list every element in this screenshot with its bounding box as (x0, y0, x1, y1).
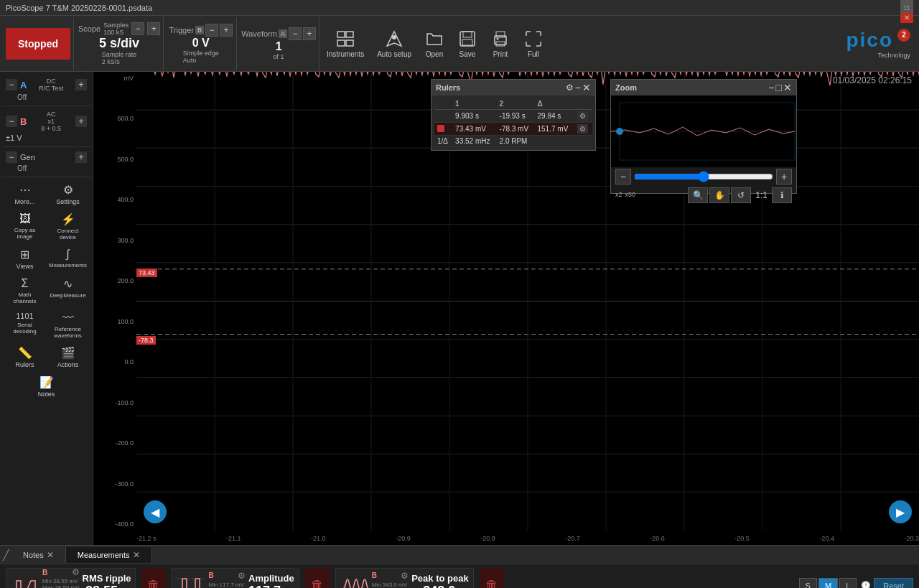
zoom-panel-header[interactable]: Zoom − □ ✕ (611, 80, 796, 95)
rulers-row-1: 9.903 s -19.93 s 29.84 s ⚙ (434, 110, 592, 123)
pp-delete-btn[interactable]: 🗑 (480, 568, 504, 589)
trigger-badge: B (195, 26, 204, 34)
tool-row-5: 1101 Serial decoding 〰 Reference wavefor… (3, 309, 90, 342)
waveform-plus-button[interactable]: + (303, 27, 316, 40)
zoom-minimize-btn[interactable]: − (768, 82, 774, 93)
notes-tab[interactable]: Notes ✕ (11, 547, 66, 563)
amp-delete-btn[interactable]: 🗑 (305, 568, 330, 589)
save-button[interactable]: Save (452, 26, 483, 61)
measurements-button[interactable]: ∫ Measurements (47, 245, 89, 273)
copy-image-button[interactable]: 🖼 Copy as image (4, 210, 46, 243)
notes-sidebar-button[interactable]: 📝 Notes (26, 373, 67, 401)
math-button[interactable]: Σ Math channels (4, 274, 46, 307)
zoom-pan-btn[interactable]: ✋ (709, 187, 729, 203)
rulers-row1-v1: 9.903 s (452, 110, 496, 123)
amp-gear-btn[interactable]: ⚙ (238, 571, 246, 581)
size-l-button[interactable]: L (839, 578, 857, 589)
trigger-minus-button[interactable]: − (205, 24, 218, 37)
notes-tab-close[interactable]: ✕ (47, 550, 54, 560)
pp-value: 343.0 (423, 584, 455, 589)
nav-left-arrow[interactable]: ◀ (144, 500, 167, 523)
rulers-row1-action[interactable]: ⚙ (577, 111, 588, 121)
scope-timebase: 5 s/div (99, 36, 139, 51)
settings-icon: ⚙ (63, 183, 73, 197)
size-s-button[interactable]: S (799, 578, 817, 589)
waveform-of: of 1 (274, 53, 284, 60)
settings-button[interactable]: ⚙ Settings (47, 180, 89, 208)
rulers-table: 1 2 Δ 9.903 s -19.93 s 29.84 s ⚙ (434, 98, 592, 147)
rulers-panel-header[interactable]: Rulers ⚙ − ✕ (431, 80, 595, 95)
rms-gear-btn[interactable]: ⚙ (72, 567, 80, 577)
pp-gear-btn[interactable]: ⚙ (401, 571, 409, 581)
trigger-plus-button[interactable]: + (220, 24, 233, 37)
waveform-minus-button[interactable]: − (289, 27, 302, 40)
rulers-close-btn[interactable]: ✕ (582, 82, 591, 93)
size-m-button[interactable]: M (818, 578, 838, 589)
main-toolbar: Stopped Scope Samples100 kS − + 5 s/div … (0, 16, 919, 72)
gen-minus[interactable]: − (6, 151, 17, 163)
channel-b-plus[interactable]: + (75, 116, 87, 127)
zoom-panel-title: Zoom (615, 83, 637, 92)
scope-minus-button[interactable]: − (131, 22, 144, 35)
rulers-minimize-btn[interactable]: − (575, 82, 581, 93)
zoom-slider[interactable] (634, 171, 773, 182)
rms-stats: Min 28.55 mVMax 28.55 mVσ 0 Vn 1 (42, 578, 80, 588)
stopped-button[interactable]: Stopped (6, 28, 70, 60)
channel-b-minus[interactable]: − (6, 116, 17, 127)
pico-logo: pico 2 Technology (846, 29, 916, 59)
y-label-n400: -400.0 (96, 521, 134, 528)
more-button[interactable]: ⋯ More... (4, 180, 46, 208)
auto-setup-button[interactable]: Auto setup (371, 26, 417, 61)
nav-right-arrow[interactable]: ▶ (889, 500, 912, 523)
zoom-close-btn[interactable]: ✕ (783, 82, 792, 93)
reset-button[interactable]: Reset (874, 578, 913, 589)
rulers-row2-action[interactable]: ⚙ (577, 124, 588, 134)
zoom-slider-row: − + (611, 167, 796, 186)
zoom-info-btn[interactable]: ℹ (772, 187, 792, 203)
connect-button[interactable]: ⚡ Connect device (47, 210, 89, 243)
measurements-tab[interactable]: Measurements ✕ (66, 547, 152, 563)
views-button[interactable]: ⊞ Views (4, 245, 46, 273)
measurements-tab-label: Measurements (78, 551, 130, 559)
channel-a-plus[interactable]: + (75, 79, 87, 90)
rulers-settings-btn[interactable]: ⚙ (566, 82, 574, 93)
notes-icon: 📝 (39, 375, 54, 389)
ref-waveforms-button[interactable]: 〰 Reference waveforms (47, 309, 89, 342)
main-content: − A DCR/C Test + Off − B ACx18 + 0.5 + ±… (0, 72, 919, 545)
maximize-button[interactable]: □ (900, 3, 913, 13)
zoom-out-btn[interactable]: − (615, 169, 631, 185)
channel-a-minus[interactable]: − (6, 79, 17, 90)
reset-area: 🕐 Reset (861, 578, 913, 589)
ruler-bottom-label: -78.3 (136, 335, 156, 344)
gen-plus[interactable]: + (75, 151, 87, 163)
print-button[interactable]: Print (485, 26, 516, 61)
svg-rect-7 (462, 39, 472, 45)
close-button[interactable]: ✕ (900, 13, 913, 23)
zoom-reset-btn[interactable]: ↺ (731, 187, 751, 203)
rms-delete-btn[interactable]: 🗑 (141, 568, 166, 589)
scope-plus-button[interactable]: + (147, 22, 160, 35)
waveform-label: Waveform (241, 29, 277, 38)
rulers-row2-v1: 73.43 mV (452, 123, 496, 136)
actions-button[interactable]: 🎬 Actions (47, 343, 89, 371)
rulers-button[interactable]: 📏 Rulers (4, 343, 46, 371)
print-icon (490, 29, 510, 49)
x-label-3: -20.9 (396, 535, 411, 542)
zoom-magnify-btn[interactable]: 🔍 (688, 187, 708, 203)
titlebar-title: PicoScope 7 T&M 20250228-0001.psdata (6, 4, 152, 12)
deep-measure-button[interactable]: ∿ DeepMeasure (47, 274, 89, 307)
rms-channel: B (42, 569, 47, 577)
serial-button[interactable]: 1101 Serial decoding (4, 309, 46, 342)
instruments-label: Instruments (327, 50, 364, 58)
measurements-tab-close[interactable]: ✕ (133, 550, 140, 560)
open-button[interactable]: Open (419, 26, 450, 61)
pp-value-area: Peak to peak 343.0 mV (411, 573, 469, 589)
zoom-in-btn[interactable]: + (776, 169, 792, 185)
instruments-button[interactable]: Instruments (321, 26, 370, 61)
ref-icon: 〰 (62, 312, 74, 325)
notification-badge[interactable]: 2 (897, 29, 910, 42)
instruments-icon (335, 29, 355, 49)
full-button[interactable]: Full (518, 26, 549, 61)
bottom-tabs: ╱ Notes ✕ Measurements ✕ (0, 545, 919, 564)
zoom-maximize-btn[interactable]: □ (776, 82, 782, 93)
